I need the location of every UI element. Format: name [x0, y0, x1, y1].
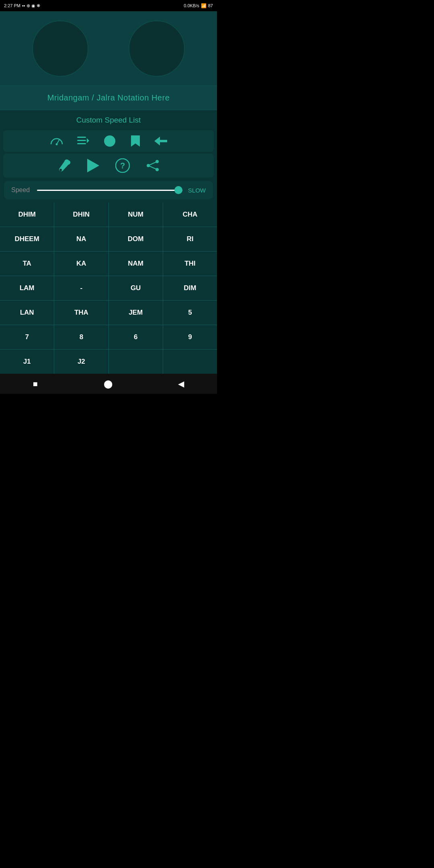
speed-label: Speed [11, 186, 31, 194]
speed-list-section: Custom Speed List [0, 110, 217, 129]
stop-button[interactable]: ■ [33, 379, 38, 389]
keyboard-grid: DHIMDHINNUMCHADHEEMNADOMRITAKANAMTHILAM-… [0, 203, 217, 374]
key-cell[interactable]: DHIN [54, 203, 108, 227]
speedometer-icon[interactable] [50, 135, 63, 147]
drum-circle-right[interactable] [129, 20, 185, 77]
battery-level: 87 [208, 3, 213, 8]
app-container: Mridangam / Jalra Notation Here Custom S… [0, 11, 217, 374]
key-cell[interactable]: RI [163, 227, 217, 251]
key-cell[interactable]: DOM [109, 227, 163, 251]
speed-list-label: Custom Speed List [76, 116, 141, 124]
key-cell[interactable]: - [54, 276, 108, 300]
notation-area: Mridangam / Jalra Notation Here [0, 86, 217, 110]
key-cell[interactable]: 8 [54, 325, 108, 349]
key-cell[interactable]: 6 [109, 325, 163, 349]
key-cell[interactable]: 7 [0, 325, 54, 349]
key-cell[interactable] [109, 350, 163, 374]
svg-rect-2 [77, 137, 86, 138]
speed-slider-row: Speed SLOW [4, 181, 213, 199]
key-cell[interactable]: LAN [0, 301, 54, 325]
svg-point-1 [56, 143, 58, 145]
key-cell[interactable]: THI [163, 252, 217, 276]
key-cell[interactable]: LAM [0, 276, 54, 300]
key-cell[interactable] [163, 350, 217, 374]
toolbar-row-1 [3, 130, 214, 152]
bottom-nav: ■ ⬤ ◀ [0, 374, 217, 394]
svg-marker-7 [154, 137, 167, 145]
key-cell[interactable]: 5 [163, 301, 217, 325]
network-speed: 0.0KB/s [184, 3, 199, 8]
svg-rect-3 [77, 140, 86, 141]
svg-rect-4 [77, 143, 86, 144]
status-right: 0.0KB/s 📶 87 [184, 3, 213, 8]
status-left: 2:27 PM ▪▪ ⊕ ◉ ❋ [4, 3, 40, 8]
status-icons: ▪▪ ⊕ ◉ ❋ [22, 3, 40, 8]
speed-value: SLOW [188, 187, 206, 194]
share-icon[interactable] [146, 160, 160, 172]
key-cell[interactable]: TA [0, 252, 54, 276]
notation-text: Mridangam / Jalra Notation Here [47, 93, 170, 102]
svg-marker-9 [87, 159, 99, 172]
home-button[interactable]: ⬤ [104, 379, 113, 389]
back-button[interactable]: ◀ [178, 379, 184, 389]
svg-line-15 [148, 162, 157, 166]
wrench-icon[interactable] [57, 159, 71, 172]
help-icon[interactable]: ? [115, 158, 130, 173]
speed-slider-thumb[interactable] [174, 186, 182, 194]
svg-text:?: ? [120, 161, 125, 170]
play-icon[interactable] [87, 159, 99, 172]
key-cell[interactable]: CHA [163, 203, 217, 227]
key-cell[interactable]: DHIM [0, 203, 54, 227]
status-bar: 2:27 PM ▪▪ ⊕ ◉ ❋ 0.0KB/s 📶 87 [0, 0, 217, 11]
key-cell[interactable]: JEM [109, 301, 163, 325]
svg-line-16 [148, 166, 157, 170]
speed-slider-track[interactable] [37, 190, 182, 191]
wifi-icon: 📶 [201, 3, 207, 8]
key-cell[interactable]: KA [54, 252, 108, 276]
queue-icon[interactable] [77, 136, 89, 146]
drum-area [0, 11, 217, 86]
record-icon[interactable] [103, 134, 117, 148]
key-cell[interactable]: 9 [163, 325, 217, 349]
key-cell[interactable]: GU [109, 276, 163, 300]
svg-marker-5 [87, 138, 89, 143]
svg-point-8 [59, 169, 62, 171]
drum-circle-left[interactable] [32, 20, 88, 77]
key-cell[interactable]: J2 [54, 350, 108, 374]
key-cell[interactable]: DIM [163, 276, 217, 300]
bookmark-icon[interactable] [130, 135, 141, 147]
back-arrow-icon[interactable] [154, 137, 167, 145]
key-cell[interactable]: NAM [109, 252, 163, 276]
key-cell[interactable]: DHEEM [0, 227, 54, 251]
key-cell[interactable]: NUM [109, 203, 163, 227]
toolbar-row-2: ? [3, 154, 214, 178]
key-cell[interactable]: THA [54, 301, 108, 325]
key-cell[interactable]: J1 [0, 350, 54, 374]
status-time: 2:27 PM [4, 3, 20, 8]
svg-point-6 [104, 135, 115, 147]
key-cell[interactable]: NA [54, 227, 108, 251]
